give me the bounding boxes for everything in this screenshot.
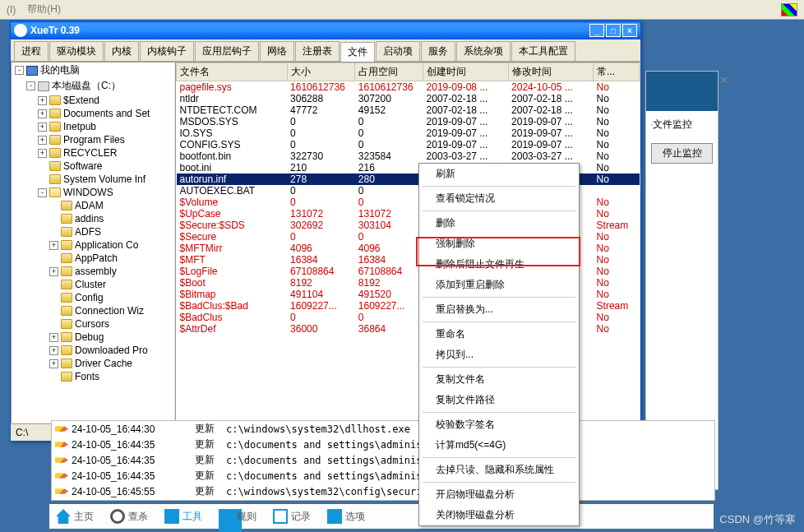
tree-item[interactable]: -本地磁盘（C:） [12, 78, 174, 94]
tree-item[interactable]: ADFS [12, 225, 174, 238]
expand-icon[interactable]: + [38, 149, 47, 158]
menu-item[interactable]: 强制删除 [419, 234, 579, 254]
menu-item[interactable]: 去掉只读、隐藏和系统属性 [419, 460, 579, 480]
expand-icon[interactable]: + [38, 96, 47, 105]
expand-icon[interactable] [38, 162, 47, 171]
table-row[interactable]: MSDOS.SYS002019-09-07 ...2019-09-07 ...N… [177, 116, 640, 127]
log-row[interactable]: 24-10-05_16:44:35更新c:\documents and sett… [52, 437, 714, 452]
expand-icon[interactable]: + [38, 123, 47, 132]
tree-item[interactable]: +assembly [12, 265, 174, 278]
maximize-button[interactable]: □ [606, 24, 621, 37]
expand-icon[interactable] [49, 254, 58, 263]
tab-网络[interactable]: 网络 [260, 41, 294, 61]
menu-item[interactable]: 拷贝到... [419, 345, 579, 365]
log-row[interactable]: 24-10-05_16:44:30更新c:\windows\system32\d… [52, 421, 714, 437]
tree-item[interactable]: +Driver Cache [12, 357, 174, 370]
tab-进程[interactable]: 进程 [14, 41, 49, 61]
expand-icon[interactable]: + [49, 333, 58, 342]
stop-monitor-button[interactable]: 停止监控 [651, 143, 713, 164]
menu-item[interactable]: 关闭物理磁盘分析 [419, 505, 579, 525]
table-row[interactable]: NTDETECT.COM47772491522007-02-18 ...2007… [177, 104, 640, 116]
tree-panel[interactable]: -我的电脑-本地磁盘（C:）+$Extend+Documents and Set… [11, 62, 175, 423]
nav-rule[interactable]: 规则 [219, 509, 256, 524]
expand-icon[interactable]: + [38, 109, 47, 118]
log-row[interactable]: 24-10-05_16:45:55更新c:\windows\system32\c… [52, 483, 714, 499]
tree-item[interactable]: +Inetpub [12, 120, 174, 133]
tab-启动项[interactable]: 启动项 [376, 41, 420, 61]
menu-item[interactable]: 开启物理磁盘分析 [419, 484, 579, 505]
menu-item[interactable]: (I) [7, 4, 16, 16]
column-header[interactable]: 大小 [287, 63, 355, 81]
expand-icon[interactable]: + [49, 267, 58, 276]
expand-icon[interactable]: - [15, 66, 24, 75]
menu-item[interactable]: 帮助(H) [27, 2, 61, 16]
tree-item[interactable]: +Program Files [12, 133, 174, 146]
menu-item[interactable]: 重启替换为... [419, 299, 579, 320]
expand-icon[interactable] [38, 175, 47, 184]
nav-search[interactable]: 查杀 [110, 509, 148, 524]
tab-文件[interactable]: 文件 [340, 42, 375, 62]
nav-log[interactable]: 记录 [273, 509, 311, 524]
nav-tool[interactable]: 工具 [164, 509, 202, 524]
expand-icon[interactable]: - [26, 81, 35, 90]
tree-item[interactable]: +Debug [12, 331, 174, 344]
tree-item[interactable]: +Downloaded Pro [12, 344, 174, 357]
expand-icon[interactable] [49, 201, 58, 210]
column-header[interactable]: 占用空间 [355, 63, 423, 81]
expand-icon[interactable] [49, 372, 58, 382]
tab-注册表[interactable]: 注册表 [295, 41, 340, 61]
table-row[interactable]: bootfont.bin3227303235842003-03-27 ...20… [177, 150, 640, 162]
log-row[interactable]: 24-10-05_16:44:35更新c:\documents and sett… [52, 468, 714, 483]
tab-内核钩子[interactable]: 内核钩子 [140, 41, 194, 61]
menu-item[interactable]: 删除 [419, 213, 579, 234]
expand-icon[interactable] [49, 228, 58, 237]
menu-item[interactable]: 刷新 [419, 164, 579, 184]
expand-icon[interactable] [49, 280, 58, 289]
close-button[interactable]: × [622, 24, 637, 37]
menu-item[interactable]: 查看锁定情况 [419, 188, 579, 209]
column-header[interactable]: 创建时间 [423, 63, 508, 81]
expand-icon[interactable] [49, 215, 58, 224]
expand-icon[interactable]: + [38, 136, 47, 145]
expand-icon[interactable]: + [49, 359, 58, 368]
tree-item[interactable]: +Documents and Set [12, 107, 174, 120]
table-row[interactable]: pagefile.sys161061273616106127362019-09-… [177, 81, 640, 94]
titlebar[interactable]: XueTr 0.39 _ □ × [11, 21, 640, 39]
table-row[interactable]: ntldr3062883072002007-02-18 ...2007-02-1… [177, 93, 640, 104]
menu-item[interactable]: 复制文件名 [419, 369, 579, 390]
expand-icon[interactable] [49, 320, 58, 329]
tab-驱动模块[interactable]: 驱动模块 [49, 41, 104, 61]
tree-item[interactable]: AppPatch [12, 252, 174, 265]
tree-item[interactable]: -WINDOWS [12, 186, 174, 199]
column-header[interactable]: 修改时间 [508, 63, 593, 81]
column-header[interactable]: 常... [594, 63, 640, 81]
menu-item[interactable]: 添加到重启删除 [419, 275, 579, 295]
menu-item[interactable]: 校验数字签名 [419, 414, 579, 435]
expand-icon[interactable]: - [38, 188, 47, 197]
menu-item[interactable]: 复制文件路径 [419, 390, 579, 410]
expand-icon[interactable] [49, 307, 58, 316]
tree-item[interactable]: Cursors [12, 317, 174, 331]
menu-item[interactable]: 删除后阻止文件再生 [419, 254, 579, 275]
tree-item[interactable]: +RECYCLER [12, 146, 174, 160]
tree-item[interactable]: Fonts [12, 370, 174, 383]
minimize-button[interactable]: _ [589, 24, 604, 37]
tree-item[interactable]: Cluster [12, 278, 174, 291]
expand-icon[interactable]: + [49, 241, 58, 250]
tab-本工具配置[interactable]: 本工具配置 [511, 41, 575, 61]
table-row[interactable]: IO.SYS002019-09-07 ...2019-09-07 ...No [177, 127, 640, 139]
nav-opt[interactable]: 选项 [327, 509, 365, 524]
tree-item[interactable]: -我的电脑 [12, 62, 174, 78]
tree-item[interactable]: ADAM [12, 199, 174, 212]
log-panel[interactable]: 24-10-05_16:44:30更新c:\windows\system32\d… [51, 420, 715, 501]
log-row[interactable]: 24-10-05_16:44:35更新c:\documents and sett… [52, 452, 714, 468]
tab-内核[interactable]: 内核 [104, 41, 139, 61]
menu-item[interactable]: 重命名 [419, 324, 579, 345]
column-header[interactable]: 文件名 [177, 63, 288, 81]
menu-item[interactable]: 计算md5(<=4G) [419, 435, 579, 456]
nav-home[interactable]: 主页 [56, 509, 94, 524]
expand-icon[interactable] [49, 294, 58, 303]
tree-item[interactable]: addins [12, 212, 174, 225]
tree-item[interactable]: +Application Co [12, 238, 174, 252]
tree-item[interactable]: +$Extend [12, 94, 174, 107]
